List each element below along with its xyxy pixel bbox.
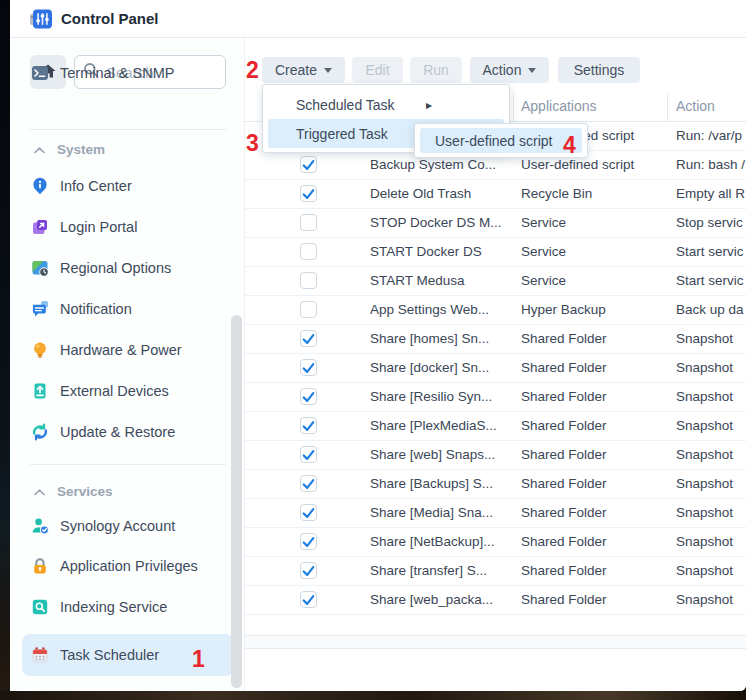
row-checkbox[interactable] — [300, 243, 317, 260]
task-name: Share [docker] Sn... — [370, 360, 512, 375]
task-row[interactable]: START Docker DS Service Start servic — [245, 238, 746, 267]
task-action: Snapshot — [676, 534, 746, 549]
row-checkbox[interactable] — [300, 359, 317, 376]
task-action: Snapshot — [676, 331, 746, 346]
annotation-3: 3 — [246, 132, 259, 155]
row-checkbox[interactable] — [300, 417, 317, 434]
menu-item-label: Triggered Task — [296, 126, 388, 142]
task-action: Start servic — [676, 273, 746, 288]
task-row[interactable]: Share [NetBackup]... Shared Folder Snaps… — [245, 528, 746, 557]
task-application: Hyper Backup — [521, 302, 661, 317]
sidebar-item-label: Regional Options — [60, 260, 171, 276]
section-label: System — [57, 142, 105, 157]
row-checkbox[interactable] — [300, 591, 317, 608]
task-list: User-defined script Run: /var/p Backup S… — [245, 122, 746, 615]
regional-options-icon — [31, 259, 49, 277]
annotation-4: 4 — [563, 134, 576, 157]
task-action: Snapshot — [676, 476, 746, 491]
row-checkbox[interactable] — [300, 185, 317, 202]
task-row[interactable]: Share [homes] Sn... Shared Folder Snapsh… — [245, 325, 746, 354]
chevron-up-icon — [34, 482, 45, 500]
task-row[interactable]: Share [Media] Sna... Shared Folder Snaps… — [245, 499, 746, 528]
menu-item-scheduled-task[interactable]: Scheduled Task ▸ — [268, 90, 504, 119]
task-application: Service — [521, 244, 661, 259]
create-button[interactable]: Create — [262, 57, 345, 83]
column-header-action[interactable]: Action — [676, 98, 715, 114]
run-button-label: Run — [423, 62, 449, 78]
task-action: Empty all R — [676, 186, 746, 201]
task-row[interactable]: Share [transfer] S... Shared Folder Snap… — [245, 557, 746, 586]
task-row[interactable]: Share [web_packa... Shared Folder Snapsh… — [245, 586, 746, 615]
edit-button-label: Edit — [365, 62, 389, 78]
edit-button[interactable]: Edit — [352, 57, 403, 83]
sidebar-item-label: Notification — [60, 301, 132, 317]
sidebar-item-info-center[interactable]: Info Center — [22, 166, 234, 206]
settings-button[interactable]: Settings — [558, 57, 640, 83]
row-checkbox[interactable] — [300, 330, 317, 347]
sidebar-item-regional-options[interactable]: Regional Options — [22, 248, 234, 288]
titlebar[interactable]: Control Panel — [10, 0, 746, 38]
task-row[interactable]: Share [docker] Sn... Shared Folder Snaps… — [245, 354, 746, 383]
row-checkbox[interactable] — [300, 388, 317, 405]
info-center-icon — [31, 177, 49, 195]
task-application: Shared Folder — [521, 476, 661, 491]
column-header-applications[interactable]: Applications — [521, 98, 597, 114]
task-row[interactable]: App Settings Web... Hyper Backup Back up… — [245, 296, 746, 325]
sidebar-item-terminal-snmp[interactable]: Terminal & SNMP — [22, 59, 234, 87]
external-devices-icon — [31, 382, 49, 400]
sidebar-item-login-portal[interactable]: Login Portal — [22, 207, 234, 247]
task-action: Back up da — [676, 302, 746, 317]
sidebar-item-label: External Devices — [60, 383, 169, 399]
submenu-item-user-defined-script[interactable]: User-defined script — [420, 128, 582, 153]
synology-account-icon — [31, 517, 49, 535]
task-name: Share [Media] Sna... — [370, 505, 512, 520]
terminal-icon — [31, 64, 49, 82]
caret-down-icon — [528, 68, 536, 73]
task-name: Share [homes] Sn... — [370, 331, 512, 346]
submenu-arrow-icon: ▸ — [426, 98, 432, 112]
sidebar-item-external-devices[interactable]: External Devices — [22, 371, 234, 411]
task-application: Recycle Bin — [521, 186, 661, 201]
row-checkbox[interactable] — [300, 214, 317, 231]
row-checkbox[interactable] — [300, 156, 317, 173]
sidebar-item-indexing-service[interactable]: Indexing Service — [22, 587, 234, 627]
section-header-services[interactable]: Services — [34, 482, 113, 500]
notification-icon — [31, 300, 49, 318]
section-header-system[interactable]: System — [34, 140, 105, 158]
task-row[interactable]: Share [web] Snaps... Shared Folder Snaps… — [245, 441, 746, 470]
task-name: App Settings Web... — [370, 302, 512, 317]
sidebar-item-update-restore[interactable]: Update & Restore — [22, 412, 234, 452]
task-row[interactable]: Share [PlexMediaS... Shared Folder Snaps… — [245, 412, 746, 441]
run-button[interactable]: Run — [410, 57, 462, 83]
task-name: Share [transfer] S... — [370, 563, 512, 578]
task-action: Snapshot — [676, 418, 746, 433]
task-action: Snapshot — [676, 389, 746, 404]
row-checkbox[interactable] — [300, 272, 317, 289]
task-row[interactable]: STOP Docker DS M... Service Stop servic — [245, 209, 746, 238]
row-checkbox[interactable] — [300, 446, 317, 463]
row-checkbox[interactable] — [300, 301, 317, 318]
task-row[interactable]: Share [Resilio Syn... Shared Folder Snap… — [245, 383, 746, 412]
task-name: Share [Backups] S... — [370, 476, 512, 491]
task-row[interactable]: START Medusa Service Start servic — [245, 267, 746, 296]
row-checkbox[interactable] — [300, 562, 317, 579]
sidebar-item-notification[interactable]: Notification — [22, 289, 234, 329]
sidebar-item-label: Indexing Service — [60, 599, 167, 615]
row-checkbox[interactable] — [300, 475, 317, 492]
column-separator[interactable] — [667, 93, 668, 122]
row-checkbox[interactable] — [300, 504, 317, 521]
task-action: Snapshot — [676, 447, 746, 462]
sidebar-item-application-privileges[interactable]: Application Privileges — [22, 546, 234, 586]
task-row[interactable]: Share [Backups] S... Shared Folder Snaps… — [245, 470, 746, 499]
task-scheduler-icon — [31, 646, 49, 664]
sidebar-item-hardware-power[interactable]: Hardware & Power — [22, 330, 234, 370]
column-separator[interactable] — [513, 93, 514, 122]
sidebar-scrollbar-thumb[interactable] — [231, 315, 242, 688]
action-button[interactable]: Action — [470, 57, 549, 83]
indexing-service-icon — [31, 598, 49, 616]
control-panel-icon — [30, 9, 52, 29]
row-checkbox[interactable] — [300, 533, 317, 550]
task-row[interactable]: Delete Old Trash Recycle Bin Empty all R — [245, 180, 746, 209]
annotation-2: 2 — [246, 59, 259, 82]
sidebar-item-synology-account[interactable]: Synology Account — [22, 506, 234, 546]
